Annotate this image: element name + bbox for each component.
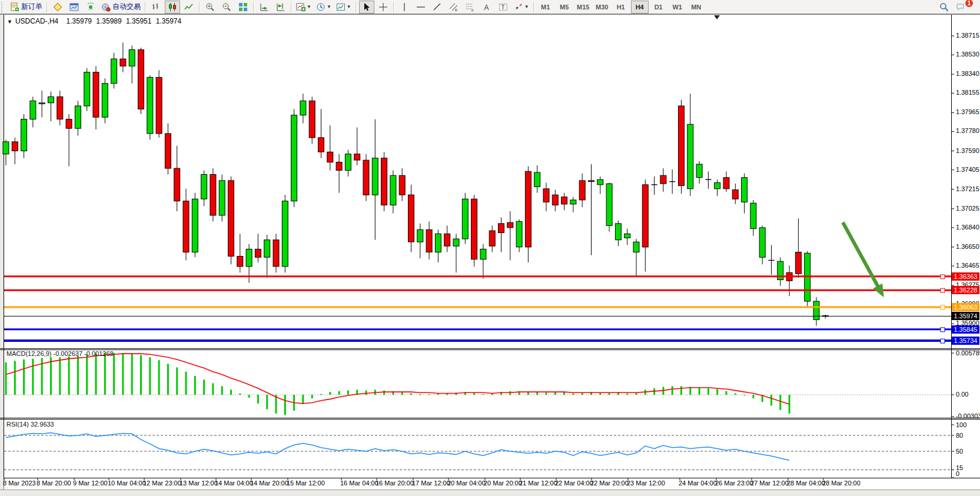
rsi-label: RSI(14) 32.9633	[6, 421, 54, 428]
macd-histogram	[6, 353, 789, 415]
candle	[507, 222, 513, 228]
candle	[12, 142, 18, 151]
time-axis-label: 10 Mar 04:00	[108, 480, 146, 487]
time-axis-label: 21 Mar 12:00	[519, 480, 557, 487]
candle	[633, 242, 639, 252]
candle	[345, 154, 351, 171]
candle	[273, 240, 279, 267]
one-click-trading-arrow[interactable]: ▼	[7, 19, 12, 25]
macd-axis-label: -0.003039	[956, 412, 980, 420]
candle	[84, 72, 90, 106]
hline-handle[interactable]	[941, 305, 945, 309]
price-tag: 1.35845	[952, 325, 979, 334]
chart-title: ▼USDCAD-,H4 1.35979 1.35989 1.35951 1.35…	[7, 17, 184, 25]
price-axis-label: 1.38715	[956, 32, 979, 39]
hline-handle[interactable]	[941, 328, 945, 332]
candle	[399, 175, 405, 195]
candle	[354, 154, 360, 160]
price-axis-label: 1.37025	[956, 205, 979, 212]
candle	[120, 59, 126, 66]
candle	[66, 119, 72, 129]
rsi-axis-label: 80	[956, 432, 963, 439]
candle	[534, 172, 540, 187]
candle	[660, 175, 666, 184]
open-value: 1.35979	[67, 17, 92, 25]
candle	[111, 59, 117, 84]
candle	[183, 201, 189, 252]
candle	[291, 115, 297, 201]
candlestick-series	[3, 42, 828, 325]
chart-shift-marker[interactable]	[714, 15, 720, 19]
time-axis-label: 22 Mar 04:00	[555, 480, 593, 487]
candle	[57, 96, 63, 119]
time-axis-label: 23 Mar 12:00	[627, 480, 665, 487]
time-axis-label: 16 Mar 04:00	[340, 480, 378, 487]
candle	[210, 175, 216, 216]
candle	[3, 142, 9, 154]
rsi-value: 32.9633	[31, 421, 54, 428]
candle	[813, 301, 819, 319]
hline-handle[interactable]	[941, 339, 945, 343]
macd-signal-value: -0.001268	[84, 350, 114, 357]
candle	[381, 158, 387, 205]
macd-axis-label: 0.005789	[956, 349, 980, 357]
candle	[723, 178, 729, 189]
price-tag: 1.36228	[952, 286, 979, 294]
candle	[39, 103, 45, 104]
time-axis-label: 12 Mar 23:00	[143, 480, 181, 487]
chart-canvas[interactable]	[0, 0, 980, 496]
price-axis-label: 1.36840	[956, 224, 979, 231]
candle	[642, 185, 648, 247]
price-axis-label: 1.36465	[956, 262, 979, 269]
time-axis-label: 28 Mar 04:00	[787, 480, 825, 487]
candle	[192, 199, 198, 252]
price-axis-label: 1.38155	[956, 89, 979, 96]
rsi-axis-label: 100	[956, 421, 966, 428]
hline-handle[interactable]	[941, 288, 945, 292]
candle	[462, 199, 468, 239]
time-axis-label: 27 Mar 12:00	[750, 480, 789, 487]
price-tag: 1.36063	[952, 303, 979, 311]
price-axis-label: 1.37590	[956, 147, 979, 154]
rsi-axis-label: 50	[956, 448, 963, 455]
candle	[597, 179, 603, 185]
candle	[543, 189, 549, 202]
time-axis-label: 26 Mar 23:00	[715, 480, 753, 487]
symbol-period: USDCAD-,H4	[15, 17, 58, 25]
time-axis-label: 22 Mar 20:00	[590, 480, 629, 487]
time-axis-label: 16 Mar 20:00	[376, 480, 414, 487]
price-axis-label: 1.36650	[956, 243, 979, 250]
low-value: 1.35951	[126, 17, 151, 25]
candle	[264, 240, 270, 258]
candle	[102, 84, 108, 117]
candle	[390, 175, 396, 205]
candle	[426, 229, 432, 252]
close-value: 1.35974	[156, 17, 181, 25]
time-axis-label: 24 Mar 04:00	[679, 480, 717, 487]
trend-arrow-object[interactable]	[843, 222, 884, 297]
candle	[30, 101, 36, 119]
candle	[499, 224, 504, 233]
candle	[489, 231, 495, 246]
candle	[453, 239, 459, 246]
candle	[516, 221, 522, 247]
price-tag: 1.36363	[952, 272, 979, 281]
candle	[759, 228, 765, 257]
time-axis-label: 28 Mar 20:00	[822, 480, 861, 487]
candle	[336, 162, 342, 171]
candle	[525, 171, 531, 247]
candle	[715, 182, 720, 188]
candle	[570, 200, 576, 204]
candle	[372, 158, 378, 195]
time-axis-label: 8 Mar 2023	[3, 480, 36, 487]
candle	[75, 106, 81, 128]
hline-handle[interactable]	[941, 275, 945, 279]
candle	[435, 234, 441, 252]
macd-axis-label: 0.00	[956, 391, 968, 398]
candle	[750, 203, 756, 228]
candle	[318, 138, 324, 152]
candle	[129, 50, 135, 66]
candle	[48, 96, 54, 102]
candle	[408, 195, 414, 242]
price-axis-label: 1.37780	[956, 127, 979, 134]
